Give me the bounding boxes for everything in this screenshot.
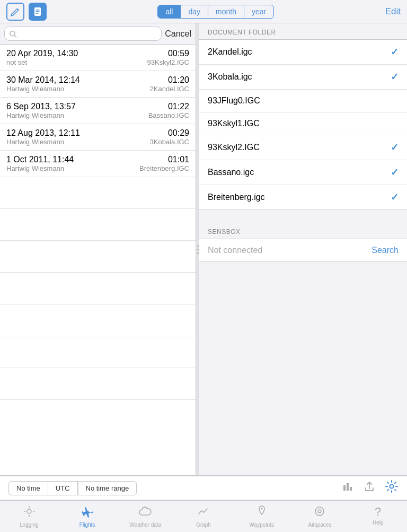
seg-all[interactable]: all xyxy=(158,5,181,18)
flight-date: 1 Oct 2011, 11:44 xyxy=(6,155,139,164)
file-name: 2Kandel.igc xyxy=(208,47,252,57)
flight-duration: 01:22 xyxy=(148,102,189,111)
file-name: Breitenberg.igc xyxy=(208,193,265,202)
tab-airspaces[interactable]: Airspaces xyxy=(291,503,349,530)
tab-bar: Logging Flights Weather data xyxy=(0,500,407,532)
flight-item[interactable]: 6 Sep 2013, 13:57 01:22 Hartwig Wiesmann… xyxy=(0,98,196,124)
flight-file: 93Kskyl2.IGC xyxy=(147,58,189,66)
flight-item[interactable]: 12 Aug 2013, 12:11 00:29 Hartwig Wiesman… xyxy=(0,124,196,151)
svg-point-13 xyxy=(315,507,324,516)
flights-icon xyxy=(81,505,94,521)
bottom-bar: No time UTC No time range xyxy=(0,475,407,532)
controls-row: No time UTC No time range xyxy=(0,476,407,500)
tab-graph[interactable]: Graph xyxy=(174,503,233,530)
file-name: 3Kobala.igc xyxy=(208,72,252,82)
top-bar-left xyxy=(6,3,47,21)
logging-icon xyxy=(23,505,36,521)
sensbox-search-button[interactable]: Search xyxy=(371,246,399,255)
svg-point-6 xyxy=(390,485,394,489)
right-icons xyxy=(341,479,399,496)
flight-item[interactable]: 20 Apr 2019, 14:30 00:59 not set 93Kskyl… xyxy=(0,45,196,71)
file-item[interactable]: 93JFlug0.IGC xyxy=(199,90,407,112)
help-icon: ? xyxy=(375,505,381,519)
flight-item[interactable]: 30 Mar 2014, 12:14 01:20 Hartwig Wiesman… xyxy=(0,71,196,98)
tab-graph-label: Graph xyxy=(196,522,211,528)
bar-chart-icon[interactable] xyxy=(341,480,354,496)
search-icon xyxy=(9,30,17,38)
share-icon[interactable] xyxy=(364,481,375,495)
edit-pencil-icon[interactable] xyxy=(6,3,24,21)
divider-dot xyxy=(197,252,199,254)
time-buttons-group: No time UTC No time range xyxy=(8,481,137,495)
flight-item[interactable]: 1 Oct 2011, 11:44 01:01 Hartwig Wiesmann… xyxy=(0,151,196,177)
utc-button[interactable]: UTC xyxy=(48,481,78,495)
flight-date: 12 Aug 2013, 12:11 xyxy=(6,128,150,138)
flight-file: Bassano.IGC xyxy=(148,111,189,119)
file-name: 93Kskyl2.IGC xyxy=(208,143,260,152)
tab-logging-label: Logging xyxy=(20,522,39,528)
no-time-range-button[interactable]: No time range xyxy=(78,481,137,495)
flight-file: 2Kandel.IGC xyxy=(150,85,189,93)
file-item[interactable]: 93Kskyl2.IGC ✓ xyxy=(199,135,407,160)
sensbox-header: SENSBOX xyxy=(199,223,407,239)
seg-year[interactable]: year xyxy=(244,5,273,18)
checkmark-icon: ✓ xyxy=(391,167,399,178)
settings-icon[interactable] xyxy=(385,479,399,496)
airspaces-icon xyxy=(313,505,326,521)
tab-weather-label: Weather data xyxy=(129,522,161,528)
empty-row xyxy=(0,209,196,241)
flight-pilot: not set xyxy=(6,58,147,66)
flight-file: Breitenberg.IGC xyxy=(139,164,189,172)
flight-file: 3Kobala.IGC xyxy=(150,138,189,146)
divider-dots xyxy=(197,245,199,254)
flight-date: 30 Mar 2014, 12:14 xyxy=(6,75,150,85)
svg-rect-4 xyxy=(347,483,349,491)
empty-row xyxy=(0,177,196,209)
flight-date: 6 Sep 2013, 13:57 xyxy=(6,102,148,111)
search-input-wrap[interactable] xyxy=(4,27,162,41)
file-list: 2Kandel.igc ✓ 3Kobala.igc ✓ 93JFlug0.IGC… xyxy=(199,39,407,210)
flight-duration: 01:20 xyxy=(150,75,189,85)
right-panel: DOCUMENT FOLDER 2Kandel.igc ✓ 3Kobala.ig… xyxy=(199,23,407,475)
svg-point-14 xyxy=(318,510,321,513)
left-panel: Cancel 20 Apr 2019, 14:30 00:59 not set … xyxy=(0,23,196,475)
svg-point-7 xyxy=(27,509,31,513)
tab-logging[interactable]: Logging xyxy=(0,503,58,530)
flight-pilot: Hartwig Wiesmann xyxy=(6,111,148,119)
seg-day[interactable]: day xyxy=(181,5,208,18)
main-content: Cancel 20 Apr 2019, 14:30 00:59 not set … xyxy=(0,23,407,475)
file-item[interactable]: Bassano.igc ✓ xyxy=(199,160,407,185)
cancel-button[interactable]: Cancel xyxy=(165,29,191,39)
file-item[interactable]: Breitenberg.igc ✓ xyxy=(199,185,407,210)
seg-month[interactable]: month xyxy=(208,5,244,18)
divider-dot xyxy=(197,245,199,247)
time-filter-segmented-control: all day month year xyxy=(157,5,274,19)
tab-flights[interactable]: Flights xyxy=(58,503,117,530)
svg-line-2 xyxy=(14,35,16,37)
tab-help-label: Help xyxy=(373,520,384,526)
svg-rect-5 xyxy=(350,487,352,491)
divider-dot xyxy=(197,249,199,250)
flight-pilot: Hartwig Wiesmann xyxy=(6,138,150,146)
tab-help[interactable]: ? Help xyxy=(349,503,407,530)
no-time-button[interactable]: No time xyxy=(8,481,48,495)
search-input[interactable] xyxy=(20,29,157,38)
file-item[interactable]: 3Kobala.igc ✓ xyxy=(199,65,407,90)
tab-weather[interactable]: Weather data xyxy=(116,503,174,530)
document-icon[interactable] xyxy=(29,3,47,21)
tab-airspaces-label: Airspaces xyxy=(308,522,332,528)
weather-icon xyxy=(139,505,152,521)
flight-date: 20 Apr 2019, 14:30 xyxy=(6,49,147,58)
top-bar: all day month year Edit xyxy=(0,0,407,23)
file-item[interactable]: 2Kandel.igc ✓ xyxy=(199,40,407,65)
waypoints-icon xyxy=(255,505,268,521)
empty-row xyxy=(0,241,196,273)
edit-button[interactable]: Edit xyxy=(385,6,401,17)
tab-waypoints[interactable]: Waypoints xyxy=(233,503,291,530)
checkmark-icon: ✓ xyxy=(391,46,399,58)
file-name: 93Kskyl1.IGC xyxy=(208,119,260,128)
file-item[interactable]: 93Kskyl1.IGC xyxy=(199,112,407,135)
empty-row xyxy=(0,304,196,336)
flight-duration: 01:01 xyxy=(139,155,189,164)
flight-pilot: Hartwig Wiesmann xyxy=(6,85,150,93)
